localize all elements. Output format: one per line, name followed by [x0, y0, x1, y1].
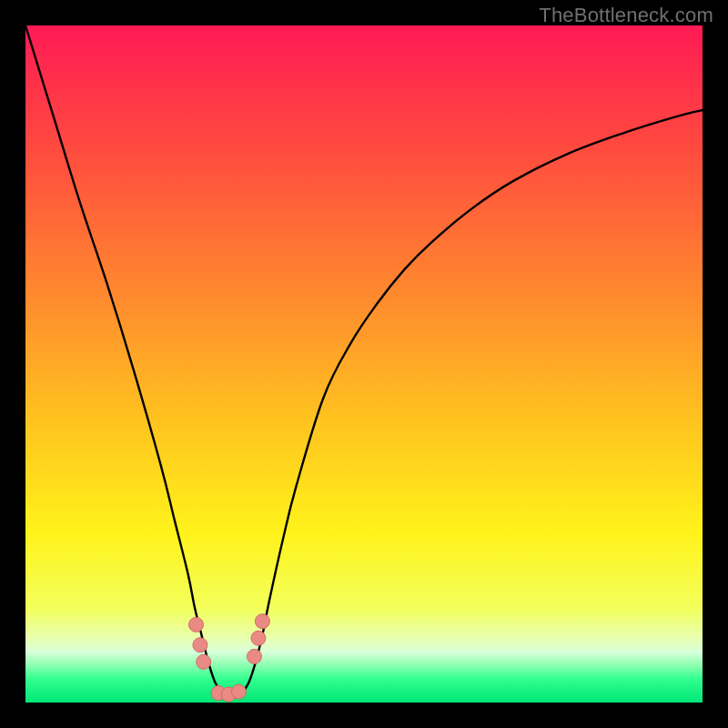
chart-svg: [25, 25, 703, 703]
outer-frame: TheBottleneck.com: [0, 0, 728, 728]
curve-marker: [251, 631, 266, 645]
plot-area: [25, 25, 703, 703]
watermark-text: TheBottleneck.com: [539, 4, 713, 27]
curve-marker: [247, 649, 261, 663]
curve-marker: [231, 684, 246, 699]
curve-marker: [255, 614, 269, 629]
gradient-background: [25, 25, 703, 703]
curve-marker: [197, 654, 211, 669]
curve-marker: [188, 617, 203, 632]
curve-marker: [193, 638, 207, 652]
